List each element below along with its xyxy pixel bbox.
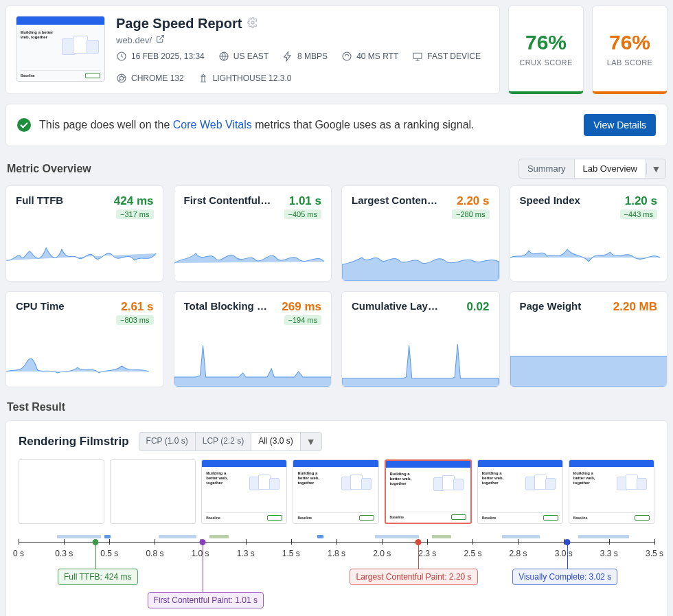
timeline-marker-label: Full TTFB: 424 ms [58, 569, 137, 585]
metric-name: Speed Index [520, 194, 580, 208]
chrome-icon [116, 73, 127, 84]
crux-score-value: 76% [525, 31, 567, 54]
sparkline [342, 339, 499, 387]
metric-value: 2.61 s [121, 300, 153, 314]
cwv-link[interactable]: Core Web Vitals [173, 119, 252, 130]
test-meta: 16 FEB 2025, 13:34 US EAST 8 MBPS 40 MS … [116, 51, 490, 84]
lab-score-value: 76% [609, 31, 650, 54]
metric-delta: −803 ms [116, 315, 154, 325]
metric-name: Cumulative Layout S… [352, 300, 441, 314]
report-header-card: Building a better web, together Baseline… [5, 5, 500, 94]
filmstrip-frame[interactable] [110, 459, 196, 524]
metric-card[interactable]: CPU Time 2.61 s −803 ms [5, 291, 164, 387]
gear-icon[interactable] [247, 17, 258, 30]
metric-card[interactable]: Speed Index 1.20 s −443 ms [510, 185, 668, 282]
metric-card[interactable]: First Contentful Pa… 1.01 s −405 ms [174, 185, 332, 282]
metric-value: 0.02 [466, 300, 489, 314]
timeline-marker-label: Largest Contentful Paint: 2.20 s [350, 569, 477, 585]
metric-card[interactable]: Total Blocking Ti… 269 ms −194 ms [174, 291, 332, 387]
metric-value: 1.01 s [289, 194, 321, 208]
lighthouse-icon [198, 73, 209, 84]
page-thumbnail: Building a better web, together Baseline [16, 16, 105, 82]
metric-card[interactable]: Page Weight 2.20 MB [510, 291, 668, 387]
metric-card[interactable]: Cumulative Layout S… 0.02 [341, 291, 500, 387]
filmstrip-frame[interactable]: Building a better web, together Baseline [569, 459, 654, 524]
svg-point-0 [251, 21, 254, 24]
metric-name: Page Weight [520, 300, 582, 314]
sparkline [174, 339, 332, 387]
filmstrip-frame[interactable]: Building a better web, together Baseline [293, 459, 378, 524]
svg-line-1 [159, 36, 163, 40]
metric-card[interactable]: Largest Contentful… 2.20 s −280 ms [341, 185, 500, 282]
filmstrip-segment-control: FCP (1.0 s) LCP (2.2 s) All (3.0 s) ▼ [139, 432, 322, 451]
metric-value: 2.20 s [457, 194, 489, 208]
device-icon [412, 51, 423, 62]
metric-value: 2.20 MB [613, 300, 657, 314]
filmstrip-frame[interactable]: Building a better web, together Baseline [385, 459, 472, 524]
filmstrip-title: Rendering Filmstrip [19, 435, 129, 448]
metric-name: CPU Time [16, 300, 65, 314]
metric-overview-title: Metric Overview [7, 163, 91, 175]
timeline-marker-label: Visually Complete: 3.02 s [512, 569, 617, 585]
timeline-marker-label: First Contentful Paint: 1.01 s [148, 592, 264, 608]
pill-fcp[interactable]: FCP (1.0 s) [139, 433, 196, 450]
view-details-button[interactable]: View Details [584, 114, 656, 136]
filmstrip-frame[interactable]: Building a better web, together Baseline [201, 459, 287, 524]
sparkline [174, 233, 332, 281]
sparkline [510, 339, 668, 387]
metric-name: Total Blocking Ti… [184, 300, 273, 314]
metric-value: 269 ms [282, 300, 321, 314]
sparkline [6, 233, 163, 281]
segment-summary[interactable]: Summary [519, 159, 574, 178]
metric-name: First Contentful Pa… [184, 194, 273, 208]
segment-lab-overview[interactable]: Lab Overview [574, 159, 646, 178]
overview-segment-control: Summary Lab Overview ▼ [518, 159, 666, 179]
external-link-icon[interactable] [156, 34, 165, 45]
metric-value: 1.20 s [625, 194, 657, 208]
metric-delta: −194 ms [284, 315, 322, 325]
metric-name: Largest Contentful… [352, 194, 441, 208]
rtt-icon [341, 51, 352, 62]
clock-icon [116, 51, 127, 62]
sparkline [510, 233, 668, 281]
metric-delta: −317 ms [116, 209, 154, 219]
metric-value: 424 ms [114, 194, 154, 208]
page-title: Page Speed Report [116, 16, 242, 32]
svg-point-4 [343, 52, 351, 60]
pill-all[interactable]: All (3.0 s) [251, 433, 301, 450]
sparkline [6, 339, 163, 387]
filmstrip-frame[interactable] [19, 459, 104, 524]
svg-rect-5 [413, 53, 422, 58]
page-url: web.dev/ [116, 35, 152, 45]
test-result-title: Test Result [7, 401, 666, 413]
metric-name: Full TTFB [16, 194, 63, 208]
bolt-icon [282, 51, 293, 62]
pill-lcp[interactable]: LCP (2.2 s) [196, 433, 251, 450]
metric-delta: −443 ms [620, 209, 658, 219]
cwv-banner: This page does well on the Core Web Vita… [5, 104, 668, 146]
globe-icon [218, 51, 229, 62]
metric-card[interactable]: Full TTFB 424 ms −317 ms [5, 185, 164, 282]
banner-text: This page does well on the Core Web Vita… [39, 119, 475, 131]
sparkline [342, 233, 499, 281]
lab-score-card: 76% LAB SCORE [592, 5, 668, 94]
filmstrip-frame[interactable]: Building a better web, together Baseline [477, 459, 563, 524]
metric-delta: −405 ms [284, 209, 322, 219]
metric-delta: −280 ms [452, 209, 490, 219]
filmstrip-card: Rendering Filmstrip FCP (1.0 s) LCP (2.2… [5, 420, 668, 616]
pill-dropdown-icon[interactable]: ▼ [301, 433, 321, 450]
segment-dropdown-icon[interactable]: ▼ [646, 163, 665, 174]
thumb-headline: Building a better web, together [21, 30, 55, 40]
crux-score-card: 76% CRUX SCORE [508, 5, 584, 94]
check-circle-icon [17, 118, 31, 132]
